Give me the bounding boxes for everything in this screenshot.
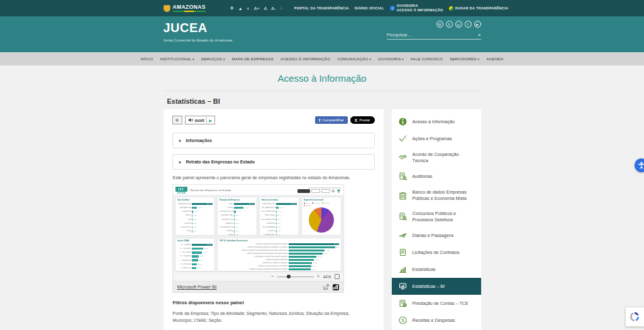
amazonas-flag-bars xyxy=(173,11,206,12)
radar-transparencia-link[interactable]: RADAR DA TRANSPARÊNCIA xyxy=(449,6,509,11)
page-body: Acesso à Informação Estatísticas – BI ≡ … xyxy=(0,65,644,330)
fit-to-page-icon[interactable] xyxy=(335,274,340,279)
search-close-icon[interactable]: × xyxy=(478,33,481,38)
section-title: Estatísticas – BI xyxy=(167,97,481,105)
pie-chart xyxy=(309,207,334,233)
speaker-icon xyxy=(188,118,193,123)
radar-label: RADAR DA TRANSPARÊNCIA xyxy=(455,6,509,10)
document-search-icon xyxy=(398,212,408,221)
facebook-icon[interactable]: f xyxy=(465,21,472,28)
bar-row: Soc. Limitada Unip. 7 mil xyxy=(262,210,297,213)
amazonas-logo-text: AMAZONAS xyxy=(173,4,206,10)
share-icon[interactable] xyxy=(323,284,329,290)
nav-item[interactable]: SERVIÇOS ▾ xyxy=(201,57,225,61)
font-normal-button[interactable]: A xyxy=(264,6,267,11)
play-icon[interactable]: ▶ xyxy=(209,118,212,123)
bar-row: Sociedade Ltda 62 mil xyxy=(177,206,213,209)
bar-row: Empresário (Ind.) 257 mil xyxy=(177,202,213,206)
bar-row: Soc. Anônima Ab. 1 mil xyxy=(262,226,297,229)
dollar-icon: $ xyxy=(398,316,408,324)
accessibility-globe-icon[interactable]: ⊕ xyxy=(230,6,234,11)
amazonas-logo[interactable]: AMAZONAS xyxy=(164,4,206,12)
accessibility-widget[interactable] xyxy=(635,158,644,172)
bar-row: Empresário (Ind.) 253 mil xyxy=(262,202,297,206)
site-title[interactable]: JUCEA xyxy=(164,21,233,35)
reader-menu-button[interactable]: ≡ xyxy=(172,116,182,124)
dashboard-tab-2[interactable] xyxy=(311,189,320,193)
search-input[interactable] xyxy=(387,32,478,38)
bar-row: G - Comércio 178 mil xyxy=(177,243,213,246)
gear-icon[interactable]: ⚙ xyxy=(331,189,335,193)
nav-item[interactable]: COMUNICAÇÃO ▾ xyxy=(337,57,371,61)
sidebar-item-estatisticas-bi[interactable]: Estatísticas – BI xyxy=(392,278,481,295)
x-twitter-icon[interactable]: X xyxy=(446,21,453,28)
nav-item[interactable]: OUVIDORIA ▾ xyxy=(378,57,404,61)
sidebar-item-diarias-passagens[interactable]: Diárias e Passagens xyxy=(392,227,481,244)
nav-item[interactable]: ACESSO À INFORMAÇÃO ▾ xyxy=(280,57,330,61)
chevron-down-icon: ∨ xyxy=(179,138,182,143)
zoom-slider-thumb[interactable] xyxy=(287,275,291,278)
dashboard-tab-active[interactable] xyxy=(297,189,310,193)
bar-row: Comércio varejista de mercadorias em ger… xyxy=(219,243,339,246)
panel-tipo-juridico: Tipo Jurídico Empresário (Ind.) 257 mil xyxy=(175,197,215,236)
listen-button[interactable]: ouvir ▶ xyxy=(185,116,216,124)
bar-row: Consórcio 1 mil xyxy=(262,229,297,233)
instagram-icon[interactable]: ◎ xyxy=(455,21,462,28)
sidebar-item-acesso-a-informacao[interactable]: Acesso à Informação xyxy=(392,113,481,130)
nav-item[interactable]: SERVIDORES ▾ xyxy=(450,57,479,61)
sidebar-item-receitas-despesas[interactable]: $ Receitas e Despesas xyxy=(392,312,481,329)
legend-item: Outros xyxy=(304,202,310,204)
sidebar-item-acoes-e-programas[interactable]: Ações e Programas xyxy=(392,130,481,147)
zoom-slider[interactable] xyxy=(277,277,314,277)
powerbi-logo-icon[interactable] xyxy=(333,284,339,290)
youtube-icon[interactable]: ▶ xyxy=(474,21,481,28)
panel-situacao-empresa: Situação da Empresa Ativa 201 mil xyxy=(217,197,257,236)
bar-row: Soc. Empresária Ltda 28 mil xyxy=(262,206,297,209)
sidebar-item-concursos[interactable]: Concursos Públicos e Processos Seletivos xyxy=(392,206,481,227)
filter-icon[interactable] xyxy=(336,189,341,194)
bar-row: EIRELI 3 mil xyxy=(177,214,213,217)
ouvidoria-acesso-link[interactable]: i OUVIDORIA ACESSO À INFORMAÇÃO xyxy=(390,4,443,12)
facebook-share-button[interactable]: f Compartilhar xyxy=(315,116,348,124)
nav-item[interactable]: MAPA DE EMPRESAS ▾ xyxy=(232,57,274,61)
chevron-up-icon: ∧ xyxy=(179,160,182,164)
bar-row: F - Construção 23 mil xyxy=(177,263,213,266)
whatsapp-icon[interactable]: W xyxy=(436,21,443,28)
nav-item[interactable]: AGENDA ▾ xyxy=(486,57,503,61)
bar-chart-icon xyxy=(398,265,408,273)
ouvidoria-label: OUVIDORIA xyxy=(397,4,443,8)
microsoft-powerbi-link[interactable]: Microsoft Power BI xyxy=(177,284,319,290)
accordion-retrato-empresas[interactable]: ∧ Retrato das Empresas no Estado xyxy=(172,154,375,170)
sidebar-item-estatisticas[interactable]: Estatísticas xyxy=(392,261,481,278)
nav-item[interactable]: FALE CONOSCO ▾ xyxy=(411,57,443,61)
dashboard-title: Retrato das Empresas no Estado xyxy=(191,189,295,192)
accordion-informacoes[interactable]: ∨ Informações xyxy=(172,133,375,148)
diario-oficial-link[interactable]: DIÁRIO OFICIAL xyxy=(355,6,384,10)
recaptcha-icon xyxy=(629,311,640,322)
zoom-in-button[interactable]: + xyxy=(317,274,320,279)
x-post-button[interactable]: X Postar xyxy=(350,116,375,124)
nav-item[interactable]: INÍCIO ▾ xyxy=(140,57,153,61)
sitemap-icon[interactable]: ∴ xyxy=(280,6,282,11)
sidebar-item-banco-de-dados[interactable]: Banco de dados Empresas Públicas e Econo… xyxy=(392,185,481,206)
sidebar-item-auditorias[interactable]: Auditorias xyxy=(392,168,481,185)
powerbi-embed[interactable]: JUCEA Retrato das Empresas no Estado ⚙ xyxy=(172,184,344,272)
site-header: JUCEA Junta Comercial do Estado do Amazo… xyxy=(0,16,644,52)
libras-icon[interactable]: ▲ xyxy=(238,6,243,11)
sic-info-icon: i xyxy=(390,6,395,11)
sidebar-item-acordo-cooperacao[interactable]: Acordo de Cooperação Técnica xyxy=(392,147,481,168)
zoom-out-button[interactable]: − xyxy=(271,274,274,279)
svg-text:$: $ xyxy=(401,318,404,324)
sidebar-item-prestacao-contas[interactable]: Prestação de Contas – TCE xyxy=(392,295,481,312)
dashboard-tab-3[interactable] xyxy=(321,189,330,193)
nav-item[interactable]: INSTITUCIONAL ▾ xyxy=(160,57,194,61)
bar-row: Cabeleireiros, manicure e pedicure 26 mi… xyxy=(219,261,339,264)
recaptcha-badge xyxy=(625,307,644,327)
portal-transparencia-link[interactable]: PORTAL DA TRANSPARÊNCIA xyxy=(294,6,349,10)
font-increase-button[interactable]: A+ xyxy=(254,6,260,11)
contrast-icon[interactable]: ◐ xyxy=(247,6,250,11)
font-decrease-button[interactable]: A- xyxy=(271,6,275,11)
facebook-f-icon: f xyxy=(319,118,320,123)
sidebar-item-licitacoes[interactable]: Licitações de Contratos xyxy=(392,244,481,261)
main-content-card: ≡ ouvir ▶ f Compartilhar X Postar xyxy=(164,109,384,330)
